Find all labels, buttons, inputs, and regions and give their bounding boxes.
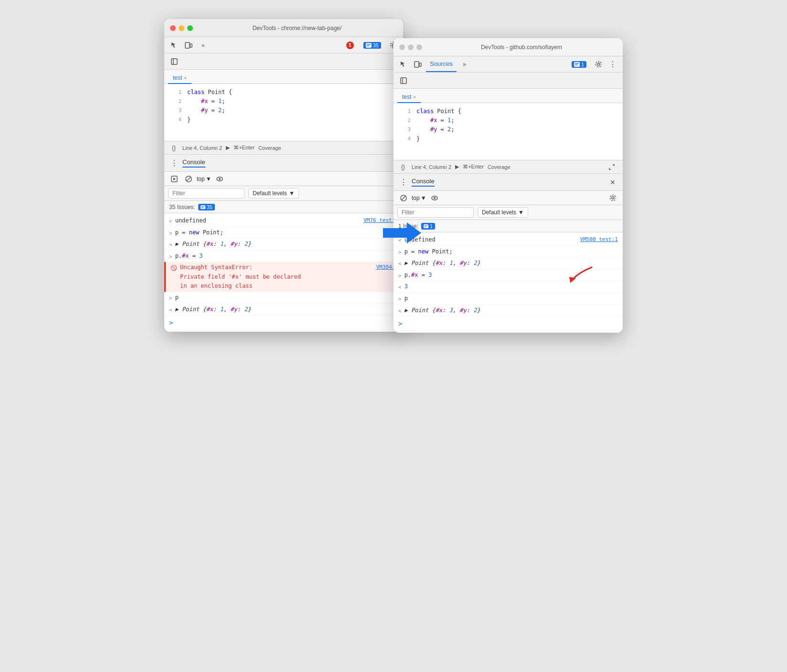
right-block-button[interactable] <box>397 192 410 204</box>
console-row-2: > p = new Point; <box>164 227 403 239</box>
right-levels-arrow: ▼ <box>518 209 524 216</box>
right-more-button[interactable]: » <box>458 58 471 71</box>
right-console-menu-button[interactable]: ⋮ <box>397 176 410 189</box>
left-tab-bar: test × <box>164 70 403 84</box>
chat-icon <box>366 43 372 48</box>
messages-badge-button[interactable]: 35 <box>360 41 385 50</box>
right-gear-console-icon <box>609 194 617 201</box>
right-chat-icon <box>574 62 580 67</box>
left-filter-bar: Default levels ▼ <box>164 186 403 201</box>
right-filter-bar: Default levels ▼ <box>394 205 623 220</box>
left-console-run-button[interactable] <box>168 173 181 185</box>
left-title-bar: DevTools - chrome://new-tab-page/ <box>164 19 403 37</box>
right-more-vert-button[interactable]: ⋮ <box>606 58 619 71</box>
left-top-dropdown[interactable]: top ▼ <box>197 176 212 182</box>
right-eye-button[interactable] <box>428 192 441 204</box>
left-tab-close[interactable]: × <box>184 75 187 81</box>
traffic-lights <box>170 25 193 31</box>
left-issues-badge: 35 <box>198 204 215 210</box>
right-tab-bar: test × <box>394 89 623 103</box>
right-source-1[interactable]: VM580 test:1 <box>580 235 618 244</box>
left-test-tab[interactable]: test × <box>168 73 191 84</box>
right-title-bar: DevTools - github.com/sofiayem <box>394 38 623 56</box>
console-row-1: < undefined VM76 test:1 <box>164 215 403 227</box>
svg-rect-26 <box>401 78 406 84</box>
run-separator: ▶ <box>226 145 230 151</box>
right-top-dropdown[interactable]: top ▼ <box>412 195 426 201</box>
right-code-line-1: 1 class Point { <box>394 107 623 116</box>
right-device-button[interactable] <box>412 58 424 71</box>
right-block-icon <box>400 195 407 201</box>
right-filter-input[interactable] <box>397 207 474 218</box>
cursor-icon <box>170 42 178 49</box>
right-sources-tab[interactable]: Sources <box>426 56 457 72</box>
svg-rect-1 <box>190 44 192 47</box>
right-close-button[interactable] <box>399 44 405 50</box>
right-expand-button[interactable] <box>397 74 410 87</box>
dots-icon: ⋮ <box>170 158 178 168</box>
right-chevron-icon: » <box>463 61 466 68</box>
right-console-row-5: > p <box>394 293 623 305</box>
right-resize-button[interactable] <box>606 161 618 173</box>
right-inspect-button[interactable] <box>397 58 410 71</box>
right-settings-button[interactable] <box>592 58 605 71</box>
right-device-icon <box>414 61 422 68</box>
svg-rect-34 <box>424 224 428 228</box>
device-toolbar-button[interactable] <box>182 39 195 52</box>
right-dots-icon: ⋮ <box>609 60 617 69</box>
more-tools-button[interactable]: » <box>197 39 209 52</box>
console-cursor-row: > <box>164 315 403 329</box>
right-sources-toolbar <box>394 73 623 89</box>
right-messages-badge: 1 <box>572 61 586 68</box>
play-icon <box>171 176 178 182</box>
right-tab-close[interactable]: × <box>413 94 416 100</box>
format-button[interactable]: {} <box>169 143 179 153</box>
left-eye-button[interactable] <box>213 173 226 185</box>
right-console-header: ⋮ Console ✕ <box>394 174 623 191</box>
left-top-label: top <box>197 176 205 182</box>
svg-point-31 <box>434 197 436 199</box>
window-title: DevTools - chrome://new-tab-page/ <box>197 25 397 32</box>
right-settings-console-button[interactable] <box>606 192 619 204</box>
right-minimize-button[interactable] <box>408 44 414 50</box>
left-tab-label: test <box>173 74 182 81</box>
left-code-panel: 1 class Point { 2 #x = 1; 3 #y = 2; 4 } <box>164 84 403 141</box>
right-traffic-lights <box>399 44 422 50</box>
right-code-panel: 1 class Point { 2 #x = 1; 3 #y = 2; 4 } <box>394 103 623 160</box>
braces-icon: {} <box>172 145 176 151</box>
cursor-position: Line 4, Column 2 <box>182 145 222 151</box>
messages-badge: 35 <box>363 42 381 49</box>
right-maximize-button[interactable] <box>416 44 422 50</box>
code-line-4: 4 } <box>164 116 403 125</box>
svg-point-24 <box>597 63 600 65</box>
code-line-1: 1 class Point { <box>164 88 403 97</box>
close-button[interactable] <box>170 25 176 31</box>
right-default-levels-dropdown[interactable]: Default levels ▼ <box>478 207 528 218</box>
left-console-menu-button[interactable]: ⋮ <box>168 157 181 169</box>
eye-icon <box>216 177 223 181</box>
left-block-button[interactable] <box>182 173 195 185</box>
console-row-6: < ▶ Point {#x: 1, #y: 2} <box>164 304 403 316</box>
red-arrow-annotation <box>565 265 594 284</box>
left-default-levels-dropdown[interactable]: Default levels ▼ <box>248 188 299 199</box>
maximize-button[interactable] <box>187 25 193 31</box>
right-console-row-6: < ▶ Point {#x: 3, #y: 2} <box>394 305 623 317</box>
inspect-element-button[interactable] <box>168 39 181 52</box>
svg-rect-2 <box>366 43 372 48</box>
blue-arrow-svg <box>383 219 421 247</box>
svg-rect-7 <box>171 59 177 64</box>
right-close-console-button[interactable]: ✕ <box>606 176 619 189</box>
right-close-icon: ✕ <box>610 178 616 186</box>
issues-badge-button[interactable]: 1 <box>342 41 358 50</box>
left-console-toolbar: top ▼ <box>164 172 403 186</box>
right-format-button[interactable]: {} <box>398 162 408 172</box>
right-test-tab[interactable]: test × <box>397 92 421 103</box>
right-code-line-2: 2 #x = 1; <box>394 116 623 125</box>
minimize-button[interactable] <box>179 25 184 31</box>
right-console-row-1: < undefined VM580 test:1 <box>394 234 623 246</box>
left-expand-button[interactable] <box>168 55 181 68</box>
right-messages-button[interactable]: 1 <box>568 60 590 69</box>
left-filter-input[interactable] <box>168 188 245 199</box>
right-console-toolbar: top ▼ <box>394 191 623 205</box>
svg-point-25 <box>596 62 601 67</box>
